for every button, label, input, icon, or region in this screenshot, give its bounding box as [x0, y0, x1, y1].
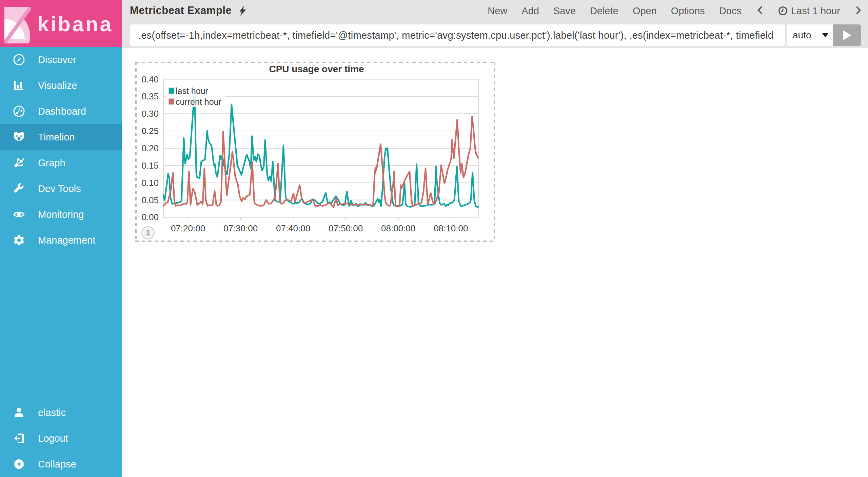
timelion-chart-panel[interactable]: CPU usage over time 0.000.050.100.150.20… [135, 62, 495, 242]
dashboard-icon [13, 105, 25, 117]
sidebar-item-label: Discover [38, 54, 76, 65]
y-tick-label: 0.20 [141, 143, 159, 153]
x-tick-label: 07:40:00 [276, 223, 310, 233]
sidebar-item-label: Logout [38, 433, 68, 444]
x-tick-label: 07:20:00 [171, 223, 205, 233]
wrench-icon [13, 183, 25, 195]
sidebar-item-label: Dev Tools [38, 183, 81, 194]
sidebar-item-monitoring[interactable]: Monitoring [0, 202, 122, 227]
legend-item: last hour [168, 85, 221, 96]
panel-border-bottom [135, 241, 495, 242]
time-forward-button[interactable] [854, 5, 863, 17]
menu-add[interactable]: Add [521, 5, 539, 17]
lightning-bolt-icon [239, 6, 246, 16]
interval-value: auto [793, 30, 811, 41]
series-current-hour [163, 116, 478, 207]
interval-select[interactable]: auto [787, 24, 833, 46]
kibana-wordmark: kibana [37, 12, 113, 36]
sidebar-nav: DiscoverVisualizeDashboardTimelionGraphD… [0, 47, 122, 253]
x-tick-label: 07:50:00 [329, 223, 363, 233]
sidebar-item-label: Monitoring [38, 209, 84, 220]
sidebar: kibana DiscoverVisualizeDashboardTimelio… [0, 0, 122, 477]
sidebar-item-label: Collapse [38, 459, 76, 470]
sidebar-item-label: Visualize [38, 80, 77, 91]
compass-icon [13, 54, 25, 66]
sidebar-item-label: Management [38, 235, 95, 246]
menu-docs[interactable]: Docs [719, 5, 742, 17]
y-tick-label: 0.30 [141, 109, 159, 119]
x-tick-label: 07:30:00 [223, 223, 258, 233]
legend-swatch [168, 98, 175, 105]
kibana-logo[interactable]: kibana [0, 0, 122, 47]
chevron-right-icon [854, 6, 863, 14]
logout-icon [13, 432, 25, 444]
sidebar-item-timelion[interactable]: Timelion [0, 124, 122, 150]
x-tick-label: 08:10:00 [434, 223, 468, 233]
sidebar-item-label: Timelion [38, 132, 75, 143]
timelion-query-input[interactable]: .es(offset=-1h,index=metricbeat-*, timef… [130, 24, 785, 46]
collapse-icon [13, 458, 25, 470]
sidebar-item-logout[interactable]: Logout [0, 425, 122, 451]
sidebar-footer-nav: elasticLogoutCollapse [0, 400, 122, 477]
top-menu: NewAddSaveDeleteOpenOptionsDocsLast 1 ho… [473, 0, 863, 22]
sidebar-item-label: elastic [38, 407, 66, 418]
time-picker[interactable]: Last 1 hour [778, 5, 840, 17]
sidebar-item-discover[interactable]: Discover [0, 47, 122, 73]
dashboard-icon [13, 105, 25, 117]
caret-down-icon [822, 33, 828, 37]
time-picker-label: Last 1 hour [791, 5, 840, 17]
legend-swatch [168, 88, 175, 94]
sidebar-item-graph[interactable]: Graph [0, 150, 122, 176]
legend-label: last hour [176, 85, 208, 96]
sidebar-item-dashboard[interactable]: Dashboard [0, 98, 122, 124]
legend-item: current hour [168, 96, 221, 107]
play-icon [843, 30, 851, 40]
time-back-button[interactable] [756, 5, 764, 17]
clock-icon [778, 6, 788, 16]
panel-border-right [494, 62, 495, 242]
bar-chart-icon [13, 79, 25, 92]
y-tick-label: 0.40 [141, 74, 159, 84]
y-tick-label: 0.05 [141, 195, 159, 205]
y-tick-label: 0.25 [141, 126, 159, 136]
menu-save[interactable]: Save [553, 5, 576, 17]
gear-icon [13, 234, 25, 246]
eye-icon [13, 208, 25, 221]
timelion-icon [13, 131, 25, 143]
kibana-logo-icon [4, 7, 31, 43]
sidebar-item-label: Graph [38, 157, 65, 169]
menu-options[interactable]: Options [671, 5, 705, 17]
sidebar-item-collapse[interactable]: Collapse [0, 451, 122, 477]
y-tick-label: 0.00 [141, 212, 159, 222]
sidebar-item-dev-tools[interactable]: Dev Tools [0, 176, 122, 202]
sidebar-item-management[interactable]: Management [0, 227, 122, 253]
run-query-button[interactable] [833, 24, 861, 46]
y-tick-label: 0.15 [141, 160, 159, 171]
timelion-icon [13, 131, 25, 143]
kibana-timelion-page: kibana DiscoverVisualizeDashboardTimelio… [0, 0, 868, 477]
top-bar: Metricbeat Example NewAddSaveDeleteOpenO… [122, 0, 868, 48]
page-title: Metricbeat Example [130, 4, 232, 17]
y-tick-label: 0.10 [141, 178, 159, 188]
menu-open[interactable]: Open [633, 5, 657, 17]
sidebar-item-label: Dashboard [38, 106, 86, 117]
chart-legend: last hourcurrent hour [166, 83, 225, 107]
menu-delete[interactable]: Delete [590, 5, 618, 17]
menu-new[interactable]: New [488, 5, 507, 17]
sidebar-item-visualize[interactable]: Visualize [0, 73, 122, 98]
bar-chart-icon [13, 79, 25, 92]
chevron-left-icon [756, 6, 764, 14]
page-number-badge[interactable]: 1 [141, 226, 155, 240]
graph-icon [13, 157, 25, 169]
sidebar-item-user[interactable]: elastic [0, 400, 122, 425]
user-icon [13, 406, 25, 419]
collapse-icon [13, 458, 25, 470]
y-tick-label: 0.35 [141, 91, 159, 101]
legend-label: current hour [176, 96, 221, 107]
user-icon [13, 406, 25, 419]
eye-icon [13, 208, 25, 221]
compass-icon [13, 54, 25, 66]
wrench-icon [13, 183, 25, 195]
x-tick-label: 08:00:00 [381, 223, 415, 233]
logout-icon [13, 432, 25, 444]
